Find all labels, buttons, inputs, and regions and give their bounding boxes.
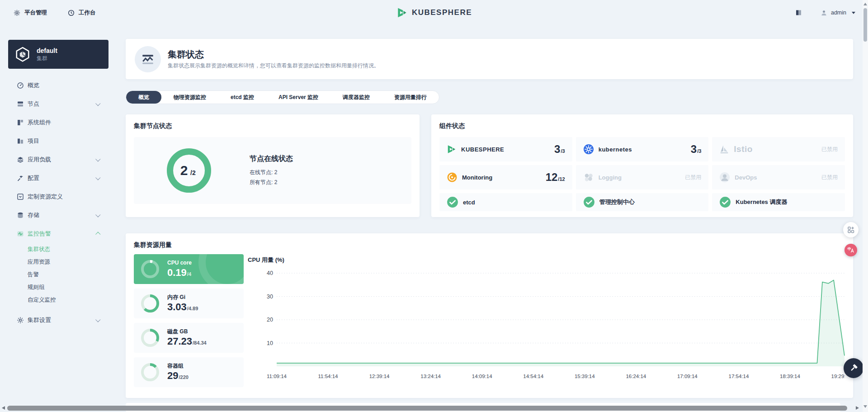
toolbox-button[interactable] (844, 358, 863, 378)
component-name: Kubernetes 调度器 (736, 198, 787, 206)
component-count: 12/12 (546, 171, 565, 184)
component-status: 已禁用 (821, 146, 838, 153)
tab-4[interactable]: 调度器监控 (330, 91, 382, 104)
sidebar-item-3[interactable]: 项目 (0, 132, 118, 150)
chevron-down-icon (95, 212, 100, 217)
sidebar-item-1[interactable]: 节点 (0, 95, 118, 113)
component-cell-2: Istio已禁用 (712, 137, 845, 161)
sidebar-subitem-0[interactable]: 集群状态 (0, 243, 118, 256)
chevron-down-icon (95, 156, 100, 161)
resource-meter-0[interactable]: CPU core0.19/4 (134, 254, 244, 284)
sidebar-item-2[interactable]: 系统组件 (0, 113, 118, 132)
meter-label: 磁盘 GB (167, 328, 207, 335)
meter-donut-icon (140, 362, 160, 382)
translate-widget-button[interactable]: 中 (844, 244, 857, 256)
sidebar-menu: 概览节点系统组件项目应用负载配置定制资源定义存储监控告警集群状态应用资源告警规则… (0, 76, 118, 329)
component-name: KUBESPHERE (461, 146, 504, 153)
sidebar-item-label: 集群设置 (28, 316, 51, 324)
vertical-scroll-thumb[interactable] (863, 8, 867, 42)
meter-used: 29 (167, 370, 178, 382)
components-card: 组件状态 KUBESPHERE3/3kubernetes3/3Istio已禁用M… (431, 114, 853, 217)
sidebar-item-4[interactable]: 应用负载 (0, 150, 118, 169)
scroll-right-arrow[interactable] (856, 406, 859, 410)
sidebar-item-6[interactable]: 定制资源定义 (0, 187, 118, 206)
svg-text:11:09:14: 11:09:14 (267, 374, 287, 379)
svg-text:13:24:14: 13:24:14 (420, 374, 441, 379)
tab-0[interactable]: 概览 (126, 91, 161, 104)
node-donut-total: /2 (190, 169, 196, 176)
component-count: 3/3 (691, 143, 702, 156)
sidebar-item-9[interactable]: 集群设置 (0, 311, 118, 329)
sidebar-subitem-2[interactable]: 告警 (0, 268, 118, 281)
cluster-name: default (37, 47, 57, 55)
sidebar-item-label: 监控告警 (28, 230, 51, 238)
sidebar-item-label: 定制资源定义 (28, 193, 63, 201)
sidebar-subitem-4[interactable]: 自定义监控 (0, 294, 118, 306)
cluster-status-icon (135, 46, 161, 72)
logging-icon (583, 172, 594, 183)
tab-2[interactable]: etcd 监控 (218, 91, 266, 104)
config-icon (17, 175, 24, 182)
user-menu[interactable]: admin (821, 9, 855, 16)
resource-meter-2[interactable]: 磁盘 GB27.23/84.34 (134, 323, 244, 353)
component-cell-4: Logging已禁用 (576, 165, 709, 189)
horizontal-scroll-thumb[interactable] (7, 406, 847, 411)
page-title: 集群状态 (168, 49, 379, 60)
resource-usage-card: 集群资源用量 CPU core0.19/4内存 Gi3.03/4.89磁盘 GB… (126, 233, 853, 398)
node-online-status-title: 节点在线状态 (250, 154, 293, 164)
component-name: Monitoring (462, 174, 492, 181)
cluster-selector[interactable]: default 集群 (8, 40, 108, 69)
svg-text:17:09:14: 17:09:14 (677, 374, 698, 379)
settings-icon (17, 317, 24, 324)
monitoring-comp-icon (447, 172, 458, 183)
scroll-down-arrow[interactable] (863, 405, 867, 408)
meter-used: 27.23 (167, 336, 192, 347)
sidebar-subitem-3[interactable]: 规则组 (0, 281, 118, 294)
component-name: Logging (599, 174, 622, 181)
resource-meter-1[interactable]: 内存 Gi3.03/4.89 (134, 289, 244, 318)
svg-text:中: 中 (848, 247, 851, 251)
component-cell-3: Monitoring12/12 (439, 165, 572, 189)
sidebar-item-0[interactable]: 概览 (0, 76, 118, 95)
component-cell-7: 管理控制中心 (576, 193, 709, 211)
tab-bar: 概览物理资源监控etcd 监控API Server 监控调度器监控资源用量排行 (126, 90, 439, 104)
resource-meter-3[interactable]: 容器组29/220 (134, 357, 244, 387)
component-cell-8: Kubernetes 调度器 (712, 193, 845, 211)
user-avatar-icon (821, 9, 827, 16)
sidebar-item-label: 应用负载 (28, 156, 51, 164)
scroll-left-arrow[interactable] (2, 406, 5, 410)
topbar-right: admin (795, 0, 855, 25)
resource-usage-title: 集群资源用量 (134, 241, 845, 249)
docs-icon[interactable] (795, 9, 802, 16)
tab-5[interactable]: 资源用量排行 (382, 91, 439, 104)
cluster-hexagon-icon (14, 46, 31, 62)
sidebar-item-7[interactable]: 存储 (0, 206, 118, 224)
component-name: etcd (463, 199, 475, 206)
component-status: 已禁用 (821, 174, 838, 181)
svg-text:15:39:14: 15:39:14 (575, 374, 595, 379)
vertical-scrollbar[interactable] (863, 0, 868, 412)
sidebar-item-8[interactable]: 监控告警 (0, 224, 118, 243)
node-status-line: 在线节点: 2 (250, 167, 293, 177)
layout-widget-button[interactable] (843, 222, 859, 237)
scroll-up-arrow[interactable] (863, 3, 867, 5)
resource-meters: CPU core0.19/4内存 Gi3.03/4.89磁盘 GB27.23/8… (134, 254, 244, 387)
component-cell-5: DevOps已禁用 (712, 165, 845, 189)
chevron-down-icon (95, 317, 100, 322)
svg-text:14:54:14: 14:54:14 (523, 374, 543, 379)
components-grid: KUBESPHERE3/3kubernetes3/3Istio已禁用Monito… (439, 137, 845, 211)
sidebar-subitem-1[interactable]: 应用资源 (0, 256, 118, 268)
horizontal-scrollbar[interactable] (0, 404, 863, 412)
sidebar-item-5[interactable]: 配置 (0, 169, 118, 187)
sidebar-item-label: 系统组件 (28, 118, 51, 127)
meter-used: 3.03 (167, 301, 187, 313)
component-name: DevOps (735, 174, 757, 181)
tab-3[interactable]: API Server 监控 (266, 91, 330, 104)
chart-title: CPU 用量 (%) (248, 256, 284, 264)
nodes-icon (17, 100, 24, 108)
tab-1[interactable]: 物理资源监控 (161, 91, 218, 104)
meter-donut-icon (140, 294, 160, 313)
node-status-line: 所有节点: 2 (250, 177, 293, 187)
svg-text:14:09:14: 14:09:14 (472, 374, 492, 379)
svg-text:18:39:14: 18:39:14 (780, 374, 800, 379)
